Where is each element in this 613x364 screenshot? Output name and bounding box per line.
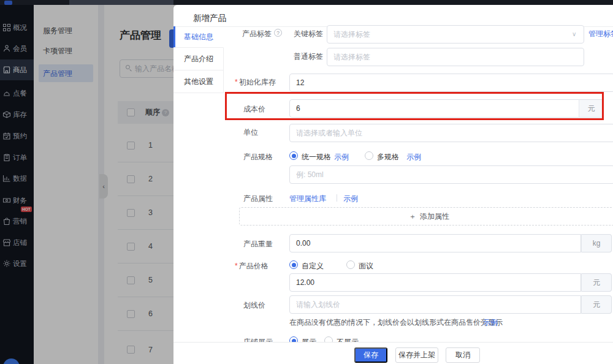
save-button[interactable]: 保存 (354, 347, 387, 363)
attrs-label: 产品属性 (243, 194, 273, 204)
unit-label: 单位 (243, 127, 258, 138)
product-tags-label: 产品标签 (242, 29, 272, 39)
chevron-down-icon[interactable]: ∨ (572, 31, 576, 37)
price-label: *产品价格 (235, 261, 268, 271)
manage-tags-link[interactable]: 管理标签 (588, 29, 613, 39)
init-stock-input[interactable] (289, 74, 613, 92)
tab-basic-info[interactable]: 基础信息 (173, 26, 224, 48)
tab-other-settings[interactable]: 其他设置 (173, 70, 224, 93)
price-negotiable-radio[interactable] (346, 260, 355, 269)
required-mark: * (235, 262, 238, 270)
spec-multi-radio[interactable] (365, 151, 373, 160)
key-tag-select[interactable] (327, 25, 584, 44)
add-product-dialog: 新增产品 基础信息 产品介绍 其他设置 产品标签 ? 关键标签 ∨ 管理标签 普… (173, 5, 613, 364)
strike-price-unit: 元 (581, 295, 612, 314)
tab-label: 其他设置 (184, 77, 213, 87)
price-input[interactable] (289, 273, 581, 292)
key-tag-label: 关键标签 (294, 29, 323, 39)
attrs-example-link[interactable]: 示例 (343, 194, 358, 204)
spec-multi-label[interactable]: 多规格 (377, 152, 399, 162)
normal-tag-input[interactable] (327, 48, 584, 66)
strike-price-input[interactable] (289, 295, 581, 314)
tags-help-icon[interactable]: ? (274, 29, 282, 37)
spec-unified-label[interactable]: 统一规格 (302, 152, 331, 162)
required-mark: * (235, 78, 238, 86)
spec-label: 产品规格 (243, 152, 273, 162)
cost-price-input[interactable] (289, 99, 579, 118)
cost-price-unit: 元 (579, 99, 604, 118)
tab-label: 产品介绍 (184, 54, 213, 64)
price-negotiable-label[interactable]: 面议 (359, 261, 373, 271)
strike-price-help: 在商品没有优惠的情况下，划线价会以划线形式在商品售价旁显示 (289, 317, 503, 328)
dialog-footer: 保存 保存并上架 取消 (173, 342, 613, 364)
active-tab-bar (173, 26, 175, 47)
tab-label: 基础信息 (184, 32, 213, 42)
save-and-publish-button[interactable]: 保存并上架 (395, 347, 438, 363)
normal-tag-label: 普通标签 (294, 51, 323, 62)
price-custom-radio[interactable] (289, 260, 298, 269)
weight-input[interactable] (289, 234, 581, 252)
weight-unit: kg (581, 234, 612, 252)
manage-attrs-link[interactable]: 管理属性库 (289, 194, 326, 204)
cancel-button[interactable]: 取消 (446, 347, 480, 363)
link-divider (337, 194, 337, 202)
cost-price-label: 成本价 (243, 104, 265, 115)
strike-example-link[interactable]: 示例 (483, 317, 498, 328)
strike-price-label: 划线价 (243, 300, 265, 311)
init-stock-label: *初始化库存 (235, 77, 276, 88)
spec-unified-radio[interactable] (289, 151, 298, 160)
add-attribute-label: 添加属性 (420, 211, 449, 222)
dialog-title: 新增产品 (193, 13, 226, 24)
tab-product-intro[interactable]: 产品介绍 (173, 48, 224, 70)
unit-input[interactable] (289, 124, 613, 142)
spec-example-link-1[interactable]: 示例 (334, 152, 349, 162)
price-unit: 元 (581, 273, 612, 292)
weight-label: 产品重量 (243, 239, 273, 249)
add-attribute-button[interactable]: ＋ 添加属性 (239, 207, 613, 226)
spec-example-link-2[interactable]: 示例 (406, 152, 421, 162)
plus-icon: ＋ (409, 211, 416, 222)
price-custom-label[interactable]: 自定义 (302, 261, 324, 271)
spec-input[interactable] (289, 165, 613, 184)
